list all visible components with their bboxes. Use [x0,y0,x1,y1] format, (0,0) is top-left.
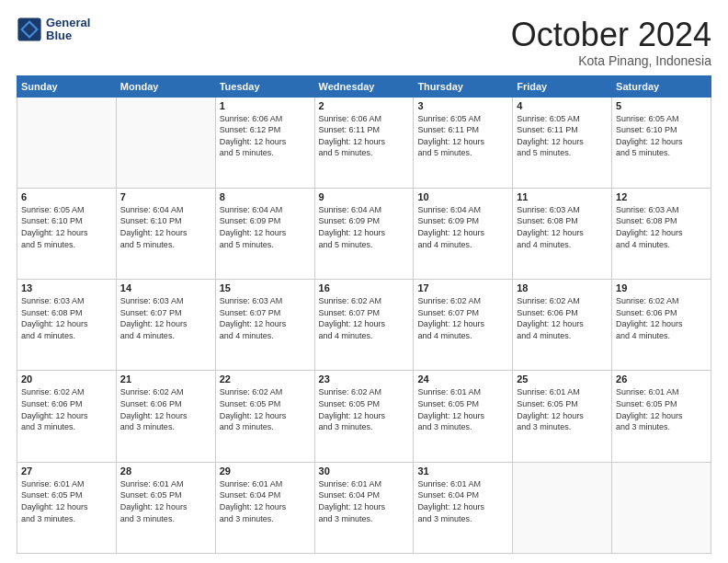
day-info: Sunrise: 6:02 AM Sunset: 6:06 PM Dayligh… [517,295,608,341]
header-tuesday: Tuesday [215,75,314,97]
table-row: 9Sunrise: 6:04 AM Sunset: 6:09 PM Daylig… [314,188,414,279]
day-info: Sunrise: 6:01 AM Sunset: 6:05 PM Dayligh… [417,386,508,432]
day-number: 31 [417,465,508,477]
logo: General Blue [17,17,90,43]
day-info: Sunrise: 6:04 AM Sunset: 6:09 PM Dayligh… [319,204,410,250]
day-number: 19 [616,282,707,293]
day-number: 23 [319,373,410,385]
table-row [612,462,711,553]
day-info: Sunrise: 6:01 AM Sunset: 6:05 PM Dayligh… [616,386,707,432]
calendar-week-row: 1Sunrise: 6:06 AM Sunset: 6:12 PM Daylig… [17,97,711,188]
day-number: 17 [417,282,508,293]
table-row: 22Sunrise: 6:02 AM Sunset: 6:05 PM Dayli… [215,371,314,462]
day-number: 29 [220,465,311,477]
day-number: 18 [517,282,608,293]
day-number: 5 [616,100,707,111]
day-info: Sunrise: 6:01 AM Sunset: 6:04 PM Dayligh… [220,478,311,524]
table-row: 16Sunrise: 6:02 AM Sunset: 6:07 PM Dayli… [314,280,414,371]
table-row: 10Sunrise: 6:04 AM Sunset: 6:09 PM Dayli… [414,188,513,279]
day-number: 27 [21,465,112,477]
day-number: 30 [319,465,410,477]
day-number: 13 [21,282,112,293]
calendar-week-row: 13Sunrise: 6:03 AM Sunset: 6:08 PM Dayli… [17,280,711,371]
table-row: 21Sunrise: 6:02 AM Sunset: 6:06 PM Dayli… [116,371,215,462]
day-info: Sunrise: 6:01 AM Sunset: 6:05 PM Dayligh… [21,478,112,524]
day-number: 28 [120,465,211,477]
header: General Blue October 2024 Kota Pinang, I… [17,17,711,68]
calendar-table: Sunday Monday Tuesday Wednesday Thursday… [17,75,711,554]
header-monday: Monday [116,75,215,97]
day-info: Sunrise: 6:02 AM Sunset: 6:07 PM Dayligh… [417,295,508,341]
day-number: 15 [220,282,311,293]
day-number: 8 [220,191,311,202]
day-number: 11 [517,191,608,202]
calendar-week-row: 6Sunrise: 6:05 AM Sunset: 6:10 PM Daylig… [17,188,711,279]
calendar-week-row: 20Sunrise: 6:02 AM Sunset: 6:06 PM Dayli… [17,371,711,462]
day-number: 16 [319,282,410,293]
table-row: 4Sunrise: 6:05 AM Sunset: 6:11 PM Daylig… [513,97,612,188]
day-number: 12 [616,191,707,202]
table-row: 20Sunrise: 6:02 AM Sunset: 6:06 PM Dayli… [17,371,117,462]
day-info: Sunrise: 6:02 AM Sunset: 6:05 PM Dayligh… [220,386,311,432]
day-info: Sunrise: 6:02 AM Sunset: 6:07 PM Dayligh… [319,295,410,341]
day-info: Sunrise: 6:04 AM Sunset: 6:09 PM Dayligh… [417,204,508,250]
day-number: 14 [120,282,211,293]
table-row: 23Sunrise: 6:02 AM Sunset: 6:05 PM Dayli… [314,371,414,462]
day-info: Sunrise: 6:02 AM Sunset: 6:06 PM Dayligh… [21,386,112,432]
calendar-body: 1Sunrise: 6:06 AM Sunset: 6:12 PM Daylig… [17,97,711,553]
header-thursday: Thursday [414,75,513,97]
title-block: October 2024 Kota Pinang, Indonesia [511,17,711,68]
day-info: Sunrise: 6:02 AM Sunset: 6:06 PM Dayligh… [616,295,707,341]
table-row: 12Sunrise: 6:03 AM Sunset: 6:08 PM Dayli… [612,188,711,279]
day-info: Sunrise: 6:05 AM Sunset: 6:11 PM Dayligh… [417,113,508,159]
calendar-week-row: 27Sunrise: 6:01 AM Sunset: 6:05 PM Dayli… [17,462,711,553]
header-sunday: Sunday [17,75,117,97]
day-info: Sunrise: 6:03 AM Sunset: 6:08 PM Dayligh… [616,204,707,250]
day-info: Sunrise: 6:02 AM Sunset: 6:05 PM Dayligh… [319,386,410,432]
day-number: 3 [417,100,508,111]
day-number: 1 [220,100,311,111]
table-row: 1Sunrise: 6:06 AM Sunset: 6:12 PM Daylig… [215,97,314,188]
header-friday: Friday [513,75,612,97]
table-row: 30Sunrise: 6:01 AM Sunset: 6:04 PM Dayli… [314,462,414,553]
day-info: Sunrise: 6:06 AM Sunset: 6:11 PM Dayligh… [319,113,410,159]
table-row: 5Sunrise: 6:05 AM Sunset: 6:10 PM Daylig… [612,97,711,188]
day-number: 9 [319,191,410,202]
day-info: Sunrise: 6:01 AM Sunset: 6:05 PM Dayligh… [517,386,608,432]
table-row: 2Sunrise: 6:06 AM Sunset: 6:11 PM Daylig… [314,97,414,188]
day-number: 7 [120,191,211,202]
day-info: Sunrise: 6:03 AM Sunset: 6:07 PM Dayligh… [120,295,211,341]
day-number: 24 [417,373,508,385]
weekday-header-row: Sunday Monday Tuesday Wednesday Thursday… [17,75,711,97]
logo-icon [17,17,42,42]
day-info: Sunrise: 6:01 AM Sunset: 6:04 PM Dayligh… [417,478,508,524]
table-row: 18Sunrise: 6:02 AM Sunset: 6:06 PM Dayli… [513,280,612,371]
day-info: Sunrise: 6:05 AM Sunset: 6:10 PM Dayligh… [21,204,112,250]
day-number: 22 [220,373,311,385]
logo-line2: Blue [46,29,90,42]
day-info: Sunrise: 6:06 AM Sunset: 6:12 PM Dayligh… [220,113,311,159]
day-number: 6 [21,191,112,202]
table-row: 25Sunrise: 6:01 AM Sunset: 6:05 PM Dayli… [513,371,612,462]
table-row [17,97,117,188]
logo-text: General Blue [46,17,90,43]
table-row: 26Sunrise: 6:01 AM Sunset: 6:05 PM Dayli… [612,371,711,462]
day-info: Sunrise: 6:03 AM Sunset: 6:07 PM Dayligh… [220,295,311,341]
day-number: 20 [21,373,112,385]
day-info: Sunrise: 6:05 AM Sunset: 6:10 PM Dayligh… [616,113,707,159]
table-row: 3Sunrise: 6:05 AM Sunset: 6:11 PM Daylig… [414,97,513,188]
table-row: 6Sunrise: 6:05 AM Sunset: 6:10 PM Daylig… [17,188,117,279]
table-row: 15Sunrise: 6:03 AM Sunset: 6:07 PM Dayli… [215,280,314,371]
day-number: 2 [319,100,410,111]
table-row: 13Sunrise: 6:03 AM Sunset: 6:08 PM Dayli… [17,280,117,371]
day-info: Sunrise: 6:01 AM Sunset: 6:05 PM Dayligh… [120,478,211,524]
table-row [116,97,215,188]
table-row: 24Sunrise: 6:01 AM Sunset: 6:05 PM Dayli… [414,371,513,462]
table-row [513,462,612,553]
table-row: 7Sunrise: 6:04 AM Sunset: 6:10 PM Daylig… [116,188,215,279]
day-info: Sunrise: 6:02 AM Sunset: 6:06 PM Dayligh… [120,386,211,432]
day-info: Sunrise: 6:05 AM Sunset: 6:11 PM Dayligh… [517,113,608,159]
day-number: 4 [517,100,608,111]
day-info: Sunrise: 6:01 AM Sunset: 6:04 PM Dayligh… [319,478,410,524]
logo-line1: General [46,17,90,29]
